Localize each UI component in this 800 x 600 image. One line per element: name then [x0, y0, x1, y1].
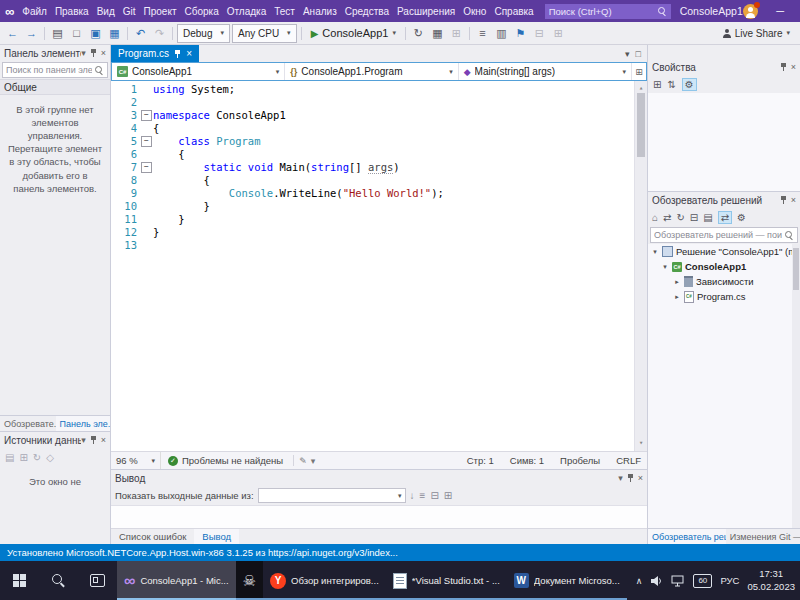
live-share-button[interactable]: Live Share ▾	[722, 28, 796, 39]
show-all-files-icon[interactable]: ▤	[703, 212, 712, 223]
properties-grid[interactable]	[648, 93, 800, 191]
language-indicator[interactable]: РУС	[720, 575, 739, 586]
float-window-icon[interactable]: □	[636, 49, 641, 59]
fold-marker-icon[interactable]: −	[140, 136, 153, 147]
editor-vertical-scrollbar[interactable]: ▴ ▾	[634, 81, 647, 451]
code-line[interactable]: 13	[111, 239, 634, 252]
fold-marker-icon[interactable]: −	[140, 162, 153, 173]
find-in-files-icon[interactable]: ≡	[474, 24, 491, 42]
code-line[interactable]: 12}	[111, 226, 634, 239]
build-icon[interactable]: ▦	[429, 24, 446, 42]
quick-search-input[interactable]: Поиск (Ctrl+Q)	[545, 4, 671, 19]
code-line[interactable]: 6 {	[111, 148, 634, 161]
menu-item[interactable]: Средства	[341, 0, 393, 22]
member-dropdown[interactable]: ◆ Main(string[] args) ▾	[459, 63, 631, 80]
maximize-button[interactable]: □	[794, 0, 800, 22]
start-debugging-button[interactable]: ▶ ConsoleApp1 ▾	[306, 24, 401, 42]
navigate-back-icon[interactable]: ←	[4, 24, 21, 42]
tab-program-cs[interactable]: Program.cs ×	[111, 45, 199, 62]
clear-all-icon[interactable]: ⊟	[430, 490, 438, 501]
pin-icon[interactable]	[174, 49, 181, 59]
clock[interactable]: 17:31 05.02.2023	[747, 568, 795, 593]
bookmark-icon[interactable]: ⚑	[512, 24, 529, 42]
code-line[interactable]: 2	[111, 96, 634, 109]
network-icon[interactable]	[671, 575, 685, 587]
code-cleanup-icon[interactable]: ✎	[299, 456, 307, 466]
minimize-button[interactable]: ─	[767, 0, 794, 22]
pin-icon[interactable]	[780, 62, 787, 72]
property-pages-icon[interactable]: ⚙	[682, 78, 697, 91]
toggle-output-icon[interactable]: ⊞	[444, 490, 452, 501]
scroll-down-icon[interactable]: ▾	[635, 437, 647, 450]
twisty-collapsed-icon[interactable]: ▸	[673, 293, 681, 301]
menu-item[interactable]: Окно	[459, 0, 490, 22]
menu-item[interactable]: Файл	[18, 0, 51, 22]
battery-indicator[interactable]: 60	[693, 574, 712, 588]
code-line[interactable]: 5− class Program	[111, 135, 634, 148]
platform-dropdown[interactable]: Any CPU ▾	[232, 24, 297, 43]
document-health-indicator[interactable]: ✓ Проблемы не найдены	[161, 455, 290, 466]
code-line[interactable]: 11 }	[111, 213, 634, 226]
close-icon[interactable]: ×	[186, 48, 192, 59]
solution-search-input[interactable]: Обозреватель решений — поиск (Ctrl+»	[650, 227, 798, 243]
menu-item[interactable]: Анализ	[299, 0, 341, 22]
redo-icon[interactable]: ↷	[151, 24, 168, 42]
column-indicator[interactable]: Симв: 1	[510, 455, 544, 466]
taskbar-search-button[interactable]	[39, 561, 78, 600]
toolbox-category-general[interactable]: Общие	[0, 79, 110, 95]
output-content[interactable]	[111, 505, 647, 528]
menu-item[interactable]: Git	[119, 0, 140, 22]
toolbox-search-input[interactable]: Поиск по панели элемен	[2, 62, 108, 78]
hot-reload-icon[interactable]: ↻	[410, 24, 427, 42]
user-avatar[interactable]	[743, 4, 758, 19]
twisty-expanded-icon[interactable]: ▾	[651, 248, 659, 256]
tree-item-project[interactable]: ▾ C# ConsoleApp1	[648, 259, 800, 274]
code-line[interactable]: 3−namespace ConsoleApp1	[111, 109, 634, 122]
tab-error-list[interactable]: Список ошибок	[111, 529, 194, 544]
pin-icon[interactable]	[90, 48, 97, 58]
navigate-forward-icon[interactable]: →	[23, 24, 40, 42]
start-button[interactable]	[0, 561, 39, 600]
menu-item[interactable]: Расширения	[393, 0, 459, 22]
pin-icon[interactable]	[780, 195, 787, 205]
tree-item-dependencies[interactable]: ▸ Зависимости	[648, 274, 800, 289]
code-line[interactable]: 10 }	[111, 200, 634, 213]
zoom-dropdown[interactable]: 96 % ▾	[111, 452, 161, 469]
twisty-expanded-icon[interactable]: ▾	[661, 263, 669, 271]
scrollbar-thumb[interactable]	[637, 93, 645, 157]
spaces-indicator[interactable]: Пробелы	[560, 455, 600, 466]
menu-item[interactable]: Вид	[93, 0, 119, 22]
code-line[interactable]: 4{	[111, 122, 634, 135]
chevron-down-icon[interactable]: ▾	[311, 456, 316, 466]
step-icon[interactable]: ⊞	[448, 24, 465, 42]
properties-icon[interactable]: ⚙	[737, 212, 746, 223]
tab-git-changes[interactable]: Изменения Git — п...	[726, 529, 800, 544]
close-icon[interactable]: ×	[791, 63, 796, 72]
menu-item[interactable]: Сборка	[180, 0, 222, 22]
menu-item[interactable]: Отладка	[223, 0, 271, 22]
save-all-icon[interactable]: ▦	[106, 24, 123, 42]
switch-views-icon[interactable]: ⇄	[663, 212, 671, 223]
scrollbar-thumb[interactable]	[793, 248, 799, 290]
close-icon[interactable]: ×	[791, 196, 796, 205]
open-file-icon[interactable]: □	[68, 24, 85, 42]
twisty-collapsed-icon[interactable]: ▸	[673, 278, 681, 286]
chevron-down-icon[interactable]: ▾	[81, 49, 86, 58]
indent-icon[interactable]: ⊟	[531, 24, 548, 42]
close-icon[interactable]: ×	[101, 49, 106, 58]
sync-with-active-document-icon[interactable]: ⇄	[718, 211, 732, 224]
code-line[interactable]: 9 Console.WriteLine("Hello World!");	[111, 187, 634, 200]
goto-message-icon[interactable]: ↓	[410, 490, 415, 501]
tree-item-solution[interactable]: ▾ Решение "ConsoleApp1" (проекты: 1 из 1…	[648, 244, 800, 259]
new-project-icon[interactable]: ▤	[49, 24, 66, 42]
code-line[interactable]: 1using System;	[111, 83, 634, 96]
word-wrap-icon[interactable]: ≡	[420, 490, 426, 501]
menu-item[interactable]: Тест	[270, 0, 299, 22]
code-line[interactable]: 8 {	[111, 174, 634, 187]
output-source-dropdown[interactable]: ▾	[258, 488, 406, 503]
comment-icon[interactable]: ▥	[493, 24, 510, 42]
outdent-icon[interactable]: ⊞	[550, 24, 567, 42]
split-editor-icon[interactable]: ⊞	[631, 63, 646, 80]
chevron-down-icon[interactable]: ▾	[618, 474, 623, 483]
close-icon[interactable]: ×	[101, 436, 106, 445]
